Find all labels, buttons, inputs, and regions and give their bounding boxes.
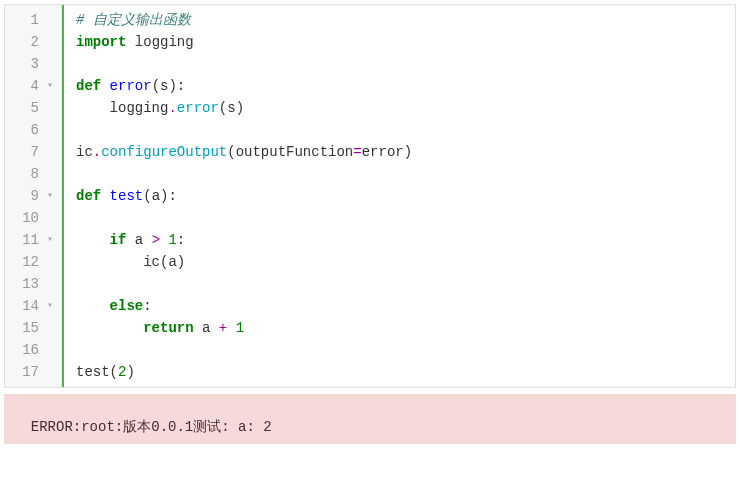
- code-line: [76, 119, 735, 141]
- funcdef-token: test: [101, 188, 143, 204]
- gutter-row: 5: [5, 97, 61, 119]
- line-number: 13: [17, 273, 39, 295]
- space: [227, 320, 235, 336]
- op-token: =: [353, 144, 361, 160]
- error-output: ERROR:root:版本0.0.1测试: a: 2: [4, 394, 736, 444]
- args-token: (s): [219, 100, 244, 116]
- op-token: .: [93, 144, 101, 160]
- keyword-token: else: [110, 298, 144, 314]
- line-number: 4: [17, 75, 39, 97]
- gutter-row: 7: [5, 141, 61, 163]
- line-gutter: 1 2 3 4▾ 5 6 7 8 9▾ 10 11▾ 12 13 14▾ 15 …: [5, 5, 62, 387]
- code-line: test(2): [76, 361, 735, 383]
- gutter-row: 15: [5, 317, 61, 339]
- code-line: [76, 163, 735, 185]
- code-line: else:: [76, 295, 735, 317]
- code-line: def error(s):: [76, 75, 735, 97]
- line-number: 14: [17, 295, 39, 317]
- code-line: import logging: [76, 31, 735, 53]
- signature-token: (s):: [152, 78, 186, 94]
- code-line: [76, 339, 735, 361]
- line-number: 8: [17, 163, 39, 185]
- paren-token: ): [126, 364, 134, 380]
- name-token: ic: [76, 144, 93, 160]
- line-number: 1: [17, 9, 39, 31]
- gutter-row: 3: [5, 53, 61, 75]
- gutter-row: 11▾: [5, 229, 61, 251]
- name-token: a: [126, 232, 151, 248]
- call-token: test: [76, 364, 110, 380]
- fold-marker[interactable]: ▾: [43, 295, 57, 317]
- line-number: 10: [17, 207, 39, 229]
- indent: [76, 320, 143, 336]
- call-token: configureOutput: [101, 144, 227, 160]
- kwarg-token: outputFunction: [236, 144, 354, 160]
- gutter-row: 6: [5, 119, 61, 141]
- line-number: 16: [17, 339, 39, 361]
- op-token: .: [168, 100, 176, 116]
- fold-marker[interactable]: ▾: [43, 229, 57, 251]
- error-text: ERROR:root:版本0.0.1测试: a: 2: [31, 419, 272, 435]
- op-token: >: [152, 232, 160, 248]
- line-number: 5: [17, 97, 39, 119]
- comment-token: # 自定义输出函数: [76, 12, 191, 28]
- signature-token: (a):: [143, 188, 177, 204]
- funcdef-token: error: [101, 78, 151, 94]
- number-token: 1: [236, 320, 244, 336]
- name-token: a: [194, 320, 219, 336]
- line-number: 9: [17, 185, 39, 207]
- code-line: # 自定义输出函数: [76, 9, 735, 31]
- call-token: ic: [143, 254, 160, 270]
- code-editor: 1 2 3 4▾ 5 6 7 8 9▾ 10 11▾ 12 13 14▾ 15 …: [4, 4, 736, 388]
- paren-token: (: [227, 144, 235, 160]
- code-line: [76, 207, 735, 229]
- gutter-row: 16: [5, 339, 61, 361]
- code-line: [76, 53, 735, 75]
- gutter-row: 2: [5, 31, 61, 53]
- fold-marker[interactable]: ▾: [43, 75, 57, 97]
- gutter-row: 12: [5, 251, 61, 273]
- indent: [76, 232, 110, 248]
- code-line: return a + 1: [76, 317, 735, 339]
- call-token: error: [177, 100, 219, 116]
- gutter-row: 8: [5, 163, 61, 185]
- gutter-row: 13: [5, 273, 61, 295]
- paren-token: (: [110, 364, 118, 380]
- fold-marker[interactable]: ▾: [43, 185, 57, 207]
- keyword-token: def: [76, 188, 101, 204]
- gutter-row: 14▾: [5, 295, 61, 317]
- keyword-token: if: [110, 232, 127, 248]
- line-number: 11: [17, 229, 39, 251]
- gutter-row: 1: [5, 9, 61, 31]
- gutter-row: 10: [5, 207, 61, 229]
- number-token: 1: [168, 232, 176, 248]
- name-token: logging: [76, 100, 168, 116]
- code-line: ic.configureOutput(outputFunction=error): [76, 141, 735, 163]
- line-number: 2: [17, 31, 39, 53]
- args-token: (a): [160, 254, 185, 270]
- paren-token: ): [404, 144, 412, 160]
- name-token: error: [362, 144, 404, 160]
- code-line: if a > 1:: [76, 229, 735, 251]
- line-number: 6: [17, 119, 39, 141]
- gutter-row: 4▾: [5, 75, 61, 97]
- indent: [76, 254, 143, 270]
- line-number: 3: [17, 53, 39, 75]
- keyword-token: import: [76, 34, 126, 50]
- op-token: +: [219, 320, 227, 336]
- code-line: def test(a):: [76, 185, 735, 207]
- code-content[interactable]: # 自定义输出函数 import logging def error(s): l…: [62, 5, 735, 387]
- code-line: [76, 273, 735, 295]
- line-number: 7: [17, 141, 39, 163]
- keyword-token: return: [143, 320, 193, 336]
- code-line: ic(a): [76, 251, 735, 273]
- colon-token: :: [177, 232, 185, 248]
- line-number: 15: [17, 317, 39, 339]
- colon-token: :: [143, 298, 151, 314]
- line-number: 12: [17, 251, 39, 273]
- code-line: logging.error(s): [76, 97, 735, 119]
- gutter-row: 17: [5, 361, 61, 383]
- gutter-row: 9▾: [5, 185, 61, 207]
- indent: [76, 298, 110, 314]
- keyword-token: def: [76, 78, 101, 94]
